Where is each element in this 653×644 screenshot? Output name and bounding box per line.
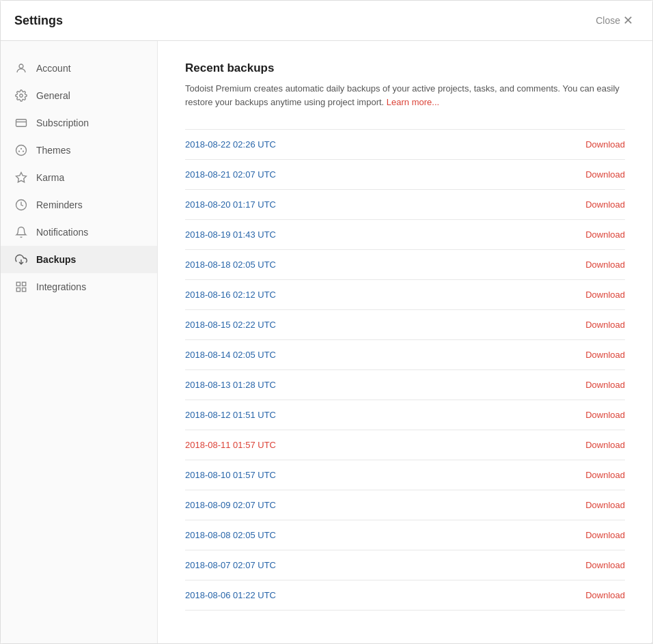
backup-date: 2018-08-10 01:57 UTC [185, 470, 276, 480]
sidebar-item-themes[interactable]: Themes [1, 137, 157, 164]
sidebar-item-notifications[interactable]: Notifications [1, 219, 157, 246]
sidebar-item-reminders-label: Reminders [36, 199, 83, 210]
sidebar-item-general-label: General [36, 90, 70, 101]
backup-row: 2018-08-19 01:43 UTCDownload [185, 220, 625, 250]
sidebar-item-subscription-label: Subscription [36, 117, 89, 128]
svg-rect-11 [16, 282, 20, 285]
download-button[interactable]: Download [585, 470, 625, 480]
sidebar: Account General Subscri [1, 41, 158, 643]
sidebar-item-reminders[interactable]: Reminders [1, 191, 157, 219]
backup-row: 2018-08-20 01:17 UTCDownload [185, 190, 625, 220]
svg-rect-13 [23, 288, 26, 292]
backup-date: 2018-08-16 02:12 UTC [185, 290, 276, 300]
svg-point-6 [20, 148, 22, 150]
grid-icon [14, 280, 28, 294]
download-button[interactable]: Download [585, 380, 625, 390]
sidebar-item-general[interactable]: General [1, 82, 157, 109]
backup-row: 2018-08-14 02:05 UTCDownload [185, 340, 625, 370]
backup-row: 2018-08-06 01:22 UTCDownload [185, 580, 625, 611]
learn-more-link[interactable]: Learn more... [387, 97, 439, 107]
main-layout: Account General Subscri [1, 41, 652, 643]
svg-rect-14 [16, 288, 20, 292]
svg-point-0 [19, 64, 23, 68]
reminder-icon [14, 198, 28, 212]
download-button[interactable]: Download [585, 260, 625, 270]
cloud-icon [14, 253, 28, 266]
sidebar-item-notifications-label: Notifications [36, 227, 88, 238]
sidebar-item-karma-label: Karma [36, 172, 64, 183]
card-icon [14, 116, 28, 130]
backup-date: 2018-08-13 01:28 UTC [185, 380, 276, 390]
backup-row: 2018-08-12 01:51 UTCDownload [185, 400, 625, 430]
backup-date: 2018-08-20 01:17 UTC [185, 199, 276, 210]
backup-row: 2018-08-11 01:57 UTCDownload [185, 430, 625, 460]
backup-row: 2018-08-10 01:57 UTCDownload [185, 460, 625, 490]
download-button[interactable]: Download [585, 229, 625, 240]
backup-date: 2018-08-15 02:22 UTC [185, 320, 276, 330]
backup-row: 2018-08-13 01:28 UTCDownload [185, 370, 625, 400]
download-button[interactable]: Download [585, 410, 625, 420]
person-icon [14, 61, 28, 75]
close-button[interactable]: Close ✕ [590, 10, 639, 31]
download-button[interactable]: Download [585, 320, 625, 330]
backup-date: 2018-08-08 02:05 UTC [185, 530, 276, 540]
title-bar: Settings Close ✕ [1, 1, 652, 41]
download-button[interactable]: Download [585, 440, 625, 450]
backup-date: 2018-08-19 01:43 UTC [185, 229, 276, 240]
backup-date: 2018-08-12 01:51 UTC [185, 410, 276, 420]
settings-window: Settings Close ✕ Account [0, 0, 653, 644]
backup-row: 2018-08-21 02:07 UTCDownload [185, 160, 625, 190]
backup-row: 2018-08-22 02:26 UTCDownload [185, 130, 625, 160]
backup-date: 2018-08-07 02:07 UTC [185, 560, 276, 570]
backup-row: 2018-08-08 02:05 UTCDownload [185, 520, 625, 550]
svg-point-4 [16, 145, 27, 156]
download-button[interactable]: Download [585, 139, 625, 150]
backup-row: 2018-08-18 02:05 UTCDownload [185, 250, 625, 280]
svg-point-7 [23, 150, 24, 152]
close-icon: ✕ [623, 13, 633, 28]
svg-point-1 [20, 94, 23, 98]
palette-icon [14, 143, 28, 157]
window-title: Settings [14, 14, 63, 28]
backup-row: 2018-08-07 02:07 UTCDownload [185, 550, 625, 580]
svg-rect-12 [23, 282, 26, 285]
sidebar-item-account[interactable]: Account [1, 55, 157, 82]
karma-icon [14, 171, 28, 184]
svg-rect-2 [16, 120, 27, 127]
download-button[interactable]: Download [585, 169, 625, 180]
backup-date: 2018-08-06 01:22 UTC [185, 590, 276, 600]
backup-row: 2018-08-16 02:12 UTCDownload [185, 280, 625, 310]
download-button[interactable]: Download [585, 590, 625, 600]
sidebar-item-themes-label: Themes [36, 145, 71, 156]
download-button[interactable]: Download [585, 350, 625, 360]
gear-icon [14, 89, 28, 102]
backup-list: 2018-08-22 02:26 UTCDownload2018-08-21 0… [185, 129, 625, 611]
sidebar-item-account-label: Account [36, 63, 71, 74]
sidebar-item-karma[interactable]: Karma [1, 164, 157, 191]
svg-marker-8 [16, 173, 27, 182]
sidebar-item-integrations-label: Integrations [36, 281, 86, 292]
backup-date: 2018-08-21 02:07 UTC [185, 169, 276, 180]
download-button[interactable]: Download [585, 530, 625, 540]
download-button[interactable]: Download [585, 199, 625, 210]
backup-date: 2018-08-14 02:05 UTC [185, 350, 276, 360]
description-text: Todoist Premium creates automatic daily … [185, 82, 625, 109]
sidebar-item-integrations[interactable]: Integrations [1, 273, 157, 300]
sidebar-item-backups-label: Backups [36, 254, 76, 265]
download-button[interactable]: Download [585, 560, 625, 570]
sidebar-item-backups[interactable]: Backups [1, 246, 157, 273]
bell-icon [14, 225, 28, 239]
sidebar-item-subscription[interactable]: Subscription [1, 109, 157, 137]
download-button[interactable]: Download [585, 500, 625, 510]
backup-date: 2018-08-09 02:07 UTC [185, 500, 276, 510]
svg-point-5 [18, 150, 20, 152]
backup-date: 2018-08-18 02:05 UTC [185, 260, 276, 270]
backup-row: 2018-08-09 02:07 UTCDownload [185, 490, 625, 520]
download-button[interactable]: Download [585, 290, 625, 300]
section-title: Recent backups [185, 61, 625, 75]
backup-date: 2018-08-11 01:57 UTC [185, 440, 276, 450]
content-area: Recent backups Todoist Premium creates a… [158, 41, 652, 643]
backup-row: 2018-08-15 02:22 UTCDownload [185, 310, 625, 340]
backup-date: 2018-08-22 02:26 UTC [185, 139, 276, 150]
close-label: Close [596, 15, 620, 26]
